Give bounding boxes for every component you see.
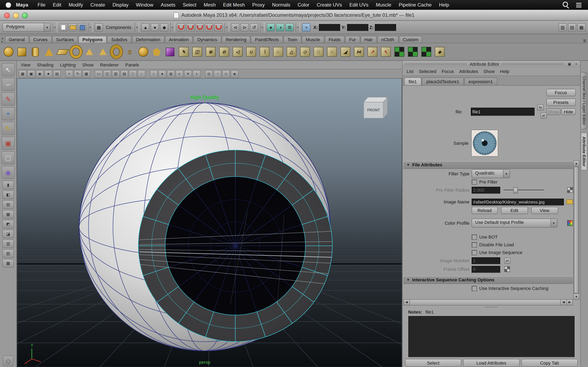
shelf-tab-surfaces[interactable]: Surfaces (52, 36, 78, 43)
app-menu[interactable]: Maya (16, 2, 28, 8)
color-management-icon[interactable] (567, 220, 573, 226)
isolate-select-icon[interactable]: ◇ (222, 70, 230, 78)
lock-camera-icon[interactable]: ▣ (27, 70, 35, 78)
eyeball-model[interactable] (79, 103, 332, 351)
select-tool-icon[interactable]: ↖ (2, 63, 15, 76)
tear-off-panel-icon[interactable]: ▣ (567, 62, 572, 66)
section-collapse-icon[interactable]: ▸ (260, 22, 265, 32)
snap-to-projected-center-icon[interactable] (205, 23, 213, 31)
poly-soccer-ball-icon[interactable] (137, 44, 149, 59)
focus-button[interactable]: Focus (546, 89, 576, 96)
menu-modify[interactable]: Modify (65, 2, 87, 8)
slider-handle[interactable] (513, 188, 518, 193)
poly-cylinder-icon[interactable] (29, 44, 42, 59)
shelf-tab-hair[interactable]: Hair (360, 36, 377, 43)
snap-to-grid-icon[interactable] (177, 23, 185, 31)
move-tool-icon[interactable]: + (2, 107, 15, 120)
poly-platonic-solid-icon[interactable] (150, 44, 163, 59)
menu-edit-uvs[interactable]: Edit UVs (346, 2, 372, 8)
poly-cube-icon[interactable] (16, 44, 28, 59)
shaded-mode-icon[interactable]: ● (158, 70, 166, 78)
drag-handle-icon[interactable] (502, 63, 564, 65)
image-plane-icon[interactable]: ▤ (53, 70, 61, 78)
layout-custom-icon[interactable]: ▩ (2, 259, 14, 267)
layout-four-panes-icon[interactable]: ▦ (2, 210, 14, 218)
append-polygon-icon[interactable]: ↖ (380, 44, 392, 59)
spotlight-icon[interactable] (563, 2, 569, 8)
selection-mode-icon[interactable]: ▦ (95, 23, 103, 31)
view-cube[interactable]: FRONT (364, 97, 388, 118)
scroll-down-icon[interactable]: ▼ (574, 294, 579, 299)
render-current-frame-icon[interactable]: ● (267, 23, 275, 31)
menu-muscle[interactable]: Muscle (372, 2, 395, 8)
poly-pipe-icon[interactable] (110, 44, 122, 59)
layout-single-pane-icon[interactable]: ▮ (2, 180, 14, 189)
textured-mode-icon[interactable]: ◐ (176, 70, 183, 78)
combine-icon[interactable]: ⊕ (204, 44, 217, 59)
triangulate-icon[interactable]: △ (285, 44, 297, 59)
section-collapse-icon[interactable]: ▸ (88, 22, 93, 32)
poly-cone-icon[interactable] (43, 44, 55, 59)
use-all-lights-icon[interactable]: ☀ (184, 70, 192, 78)
quadrangulate-icon[interactable]: ◇ (299, 44, 311, 59)
menu-set-selector[interactable]: Polygons ▾ (2, 23, 51, 32)
menu-pipeline-cache[interactable]: Pipeline Cache (395, 2, 435, 8)
bookmarks-icon[interactable]: ★ (44, 70, 52, 78)
use-interactive-caching-checkbox[interactable] (471, 286, 477, 291)
section-collapse-icon[interactable]: ▸ (296, 22, 300, 32)
gate-mask-icon[interactable]: ▥ (112, 70, 120, 78)
viewport-scene[interactable]: FRONT High Quality persp Y (17, 79, 402, 367)
boolean-union-icon[interactable]: ∪ (245, 44, 257, 59)
menu-window[interactable]: Window (132, 2, 157, 8)
mirror-geometry-icon[interactable]: ◫ (191, 44, 203, 59)
scroll-left-icon[interactable]: ◀ (404, 300, 410, 305)
close-panel-icon[interactable]: × (575, 62, 579, 66)
notification-center-icon[interactable] (576, 3, 581, 7)
apple-menu-icon[interactable] (6, 2, 11, 8)
poly-plane-icon[interactable] (56, 44, 68, 59)
texture-sample-swatch[interactable] (471, 130, 498, 157)
use-bot-checkbox[interactable] (471, 234, 477, 240)
scrollbar-thumb[interactable] (574, 167, 579, 293)
shelf-tab-rendering[interactable]: Rendering (222, 36, 251, 43)
scroll-up-icon[interactable]: ▲ (574, 160, 579, 166)
planar-mapping-icon[interactable] (393, 44, 405, 59)
poly-helix-icon[interactable]: S (123, 44, 136, 59)
ae-menu-list[interactable]: List (406, 69, 414, 74)
ae-menu-focus[interactable]: Focus (442, 69, 454, 74)
menu-display[interactable]: Display (109, 2, 132, 8)
ipr-render-icon[interactable]: ◑ (276, 23, 285, 31)
shelf-tab-custom[interactable]: Custom (399, 36, 423, 43)
menu-select[interactable]: Select (179, 2, 200, 8)
hide-button[interactable]: Hide (561, 108, 576, 115)
panel-menu-lighting[interactable]: Lighting (60, 62, 76, 67)
shelf-tab-animation[interactable]: Animation (165, 36, 193, 43)
poly-sphere-icon[interactable] (2, 44, 15, 59)
browse-folder-icon[interactable] (566, 200, 573, 204)
attribute-editor-tab[interactable]: Attribute Editor (581, 132, 587, 170)
ae-menu-attributes[interactable]: Attributes (459, 69, 478, 74)
shelf-tab-ncloth[interactable]: nCloth (377, 36, 398, 43)
grid-toggle-icon[interactable]: ▦ (82, 70, 90, 78)
automatic-mapping-icon[interactable] (406, 44, 419, 59)
copy-tab-button[interactable]: Copy Tab (521, 359, 578, 367)
incoming-connection-icon[interactable]: ⇆ (537, 104, 543, 110)
smooth-icon[interactable] (164, 44, 176, 59)
two-d-pan-zoom-icon[interactable]: + (65, 70, 73, 78)
shelf-tab-polygons[interactable]: Polygons (78, 36, 107, 43)
image-number-connection-icon[interactable]: ⇄ (504, 258, 510, 264)
shelf-tab-toon[interactable]: Toon (283, 36, 301, 43)
toolbox-extra-icon[interactable]: ◇ (3, 356, 13, 366)
resolution-gate-icon[interactable]: ◫ (103, 70, 111, 78)
layout-two-panes-side-icon[interactable]: ◧ (2, 190, 14, 199)
show-button[interactable]: Show (546, 108, 561, 115)
tab-file1[interactable]: file1 (404, 77, 421, 85)
panel-menu-panels[interactable]: Panels (125, 62, 139, 67)
sculpt-geometry-icon[interactable]: ✎ (177, 44, 190, 59)
lasso-select-tool-icon[interactable]: ∽ (2, 78, 15, 91)
fill-hole-icon[interactable]: □ (312, 44, 324, 59)
safe-title-icon[interactable]: ▫ (138, 70, 145, 78)
drag-handle-icon[interactable] (405, 63, 467, 65)
shelf-tab-dynamics[interactable]: Dynamics (193, 36, 221, 43)
input-connections-icon[interactable]: ⊲ (231, 23, 240, 31)
